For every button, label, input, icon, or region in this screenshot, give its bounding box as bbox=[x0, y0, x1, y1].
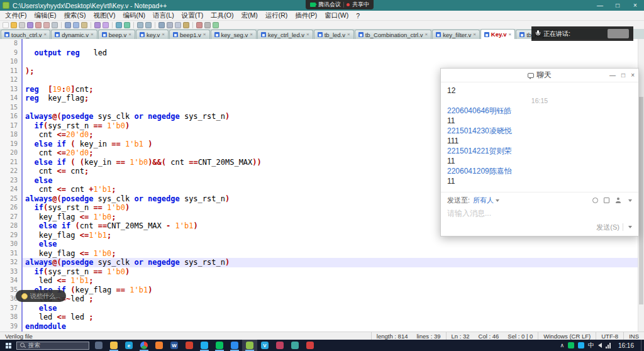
volume-icon[interactable] bbox=[598, 343, 602, 348]
scrollbar-thumb[interactable] bbox=[639, 97, 643, 304]
zoom-in-icon[interactable] bbox=[137, 22, 143, 28]
close-tab-icon[interactable]: × bbox=[203, 32, 206, 37]
menu-item[interactable]: 插件(P) bbox=[291, 11, 321, 20]
menu-item[interactable]: 窗口(W) bbox=[321, 11, 352, 20]
send-button[interactable]: 发送(S) bbox=[596, 223, 619, 232]
tab-key_filter.v[interactable]: key_filter.v× bbox=[432, 30, 480, 39]
meeting-floating-bar[interactable]: 腾讯会议 共享中 bbox=[306, 0, 374, 9]
tab-beep1.v[interactable]: beep1.v× bbox=[169, 30, 209, 39]
close-tab-icon[interactable]: × bbox=[347, 32, 350, 37]
word-icon[interactable]: W bbox=[167, 340, 182, 351]
tab-key_ctrl_led.v[interactable]: key_ctrl_led.v× bbox=[257, 30, 313, 39]
print-icon[interactable] bbox=[52, 22, 58, 28]
close-all-icon[interactable] bbox=[43, 22, 50, 28]
menu-item[interactable]: 编辑(E) bbox=[30, 11, 60, 20]
tab-key.v[interactable]: key.v× bbox=[136, 30, 169, 39]
close-tab-icon[interactable]: × bbox=[128, 32, 131, 37]
chat-sender-name[interactable]: 2206040646明钰皓 bbox=[447, 106, 632, 116]
chat-sender-name[interactable]: 2206041209陈嘉怡 bbox=[447, 166, 632, 176]
minimize-button[interactable]: — bbox=[591, 0, 609, 11]
replace-icon[interactable] bbox=[124, 22, 130, 28]
edge-icon[interactable]: e bbox=[121, 340, 136, 351]
notepadpp-icon[interactable] bbox=[242, 340, 257, 351]
menu-item[interactable]: 语言(L) bbox=[149, 11, 178, 20]
start-button[interactable] bbox=[0, 340, 16, 351]
maximize-button[interactable]: □ bbox=[609, 0, 626, 11]
emoji-picker-icon[interactable] bbox=[592, 198, 598, 203]
chat-titlebar[interactable]: 聊天 — □ × bbox=[441, 69, 638, 82]
chat-close-button[interactable]: × bbox=[631, 72, 635, 79]
taskbar-clock[interactable]: 16:16 bbox=[615, 342, 637, 349]
vivado-icon[interactable] bbox=[272, 340, 287, 351]
status-encoding[interactable]: UTF-8 bbox=[596, 332, 623, 340]
send-to-selector[interactable]: 所有人 bbox=[473, 196, 494, 205]
zoom-out-icon[interactable] bbox=[145, 22, 152, 28]
show-desktop-button[interactable] bbox=[641, 340, 644, 351]
menu-item[interactable]: 运行(R) bbox=[262, 11, 292, 20]
paste-icon[interactable] bbox=[81, 22, 87, 28]
find-icon[interactable] bbox=[116, 22, 122, 28]
chat-sender-name[interactable]: 2215014221贺则荣 bbox=[447, 146, 632, 156]
tray-meeting-icon[interactable] bbox=[568, 342, 574, 348]
vscode-icon[interactable]: V bbox=[257, 340, 272, 351]
redo-icon[interactable] bbox=[103, 22, 109, 28]
music-icon[interactable] bbox=[303, 340, 318, 351]
chat-maximize-button[interactable]: □ bbox=[621, 72, 625, 79]
tab-tb_led.v[interactable]: tb_led.v× bbox=[314, 30, 354, 39]
file-explorer-icon[interactable] bbox=[106, 340, 121, 351]
close-tab-icon[interactable]: × bbox=[508, 32, 511, 37]
menu-item[interactable]: 宏(M) bbox=[237, 11, 261, 20]
close-doc-icon[interactable] bbox=[35, 22, 42, 28]
quartus-icon[interactable] bbox=[287, 340, 303, 351]
menu-item[interactable]: 文件(F) bbox=[1, 11, 30, 20]
copy-icon[interactable] bbox=[73, 22, 79, 28]
tab-touch_ctrl.v[interactable]: touch_ctrl.v× bbox=[1, 30, 50, 39]
cut-icon[interactable] bbox=[65, 22, 71, 28]
screenshot-icon[interactable] bbox=[604, 198, 609, 203]
quick-chat-bubble[interactable]: 说些什么... bbox=[16, 290, 66, 302]
close-button[interactable]: × bbox=[626, 0, 644, 11]
wechat-icon[interactable] bbox=[212, 340, 227, 351]
task-view-icon[interactable] bbox=[91, 340, 106, 351]
close-tab-icon[interactable]: × bbox=[91, 32, 94, 37]
send-options-chevron-icon[interactable] bbox=[628, 226, 632, 228]
doc-map-icon[interactable] bbox=[183, 22, 189, 28]
tab-Key.v[interactable]: Key.v× bbox=[480, 29, 515, 39]
close-tab-icon[interactable]: × bbox=[44, 32, 47, 37]
chrome-icon[interactable] bbox=[136, 340, 152, 351]
chat-message-list[interactable]: 1216:152206040646明钰皓112215014230凌晓悦11122… bbox=[441, 82, 638, 192]
tray-qq-icon[interactable] bbox=[578, 342, 584, 348]
tab-beep.v[interactable]: beep.v× bbox=[98, 30, 135, 39]
menu-item[interactable]: 设置(T) bbox=[178, 11, 207, 20]
tab-key_seg.v[interactable]: key_seg.v× bbox=[211, 30, 257, 39]
tab-tb_Combination_ctrl.v[interactable]: tb_Combination_ctrl.v× bbox=[355, 30, 432, 39]
tray-expand-icon[interactable]: ∧ bbox=[560, 342, 564, 348]
chat-sender-name[interactable]: 2215014230凌晓悦 bbox=[447, 126, 632, 136]
menu-item[interactable]: 工具(O) bbox=[207, 11, 237, 20]
save-all-icon[interactable] bbox=[27, 22, 33, 28]
word-wrap-icon[interactable] bbox=[158, 22, 165, 28]
mention-member-icon[interactable] bbox=[615, 198, 621, 203]
close-tab-icon[interactable]: × bbox=[250, 32, 253, 37]
tab-dynamic.v[interactable]: dynamic.v× bbox=[51, 30, 97, 39]
close-tab-icon[interactable]: × bbox=[306, 32, 309, 37]
new-file-icon[interactable] bbox=[3, 22, 9, 28]
status-eol-format[interactable]: Windows (CR LF) bbox=[538, 332, 596, 340]
close-tab-icon[interactable]: × bbox=[425, 32, 428, 37]
menu-item[interactable]: 视图(V) bbox=[89, 11, 119, 20]
status-insert-mode[interactable]: INS bbox=[623, 332, 644, 340]
pdf-reader-icon[interactable] bbox=[182, 340, 197, 351]
stop-macro-icon[interactable] bbox=[204, 22, 211, 28]
play-macro-icon[interactable] bbox=[213, 22, 219, 28]
show-all-chars-icon[interactable] bbox=[167, 22, 173, 28]
open-folder-icon[interactable] bbox=[11, 22, 17, 28]
firefox-icon[interactable] bbox=[152, 340, 167, 351]
save-icon[interactable] bbox=[19, 22, 25, 28]
network-icon[interactable] bbox=[606, 343, 611, 348]
chat-minimize-button[interactable]: — bbox=[609, 72, 616, 79]
chat-message-input[interactable] bbox=[447, 206, 632, 221]
close-tab-icon[interactable]: × bbox=[473, 32, 476, 37]
indent-guide-icon[interactable] bbox=[175, 22, 181, 28]
close-tab-icon[interactable]: × bbox=[162, 32, 165, 37]
undo-icon[interactable] bbox=[94, 22, 101, 28]
